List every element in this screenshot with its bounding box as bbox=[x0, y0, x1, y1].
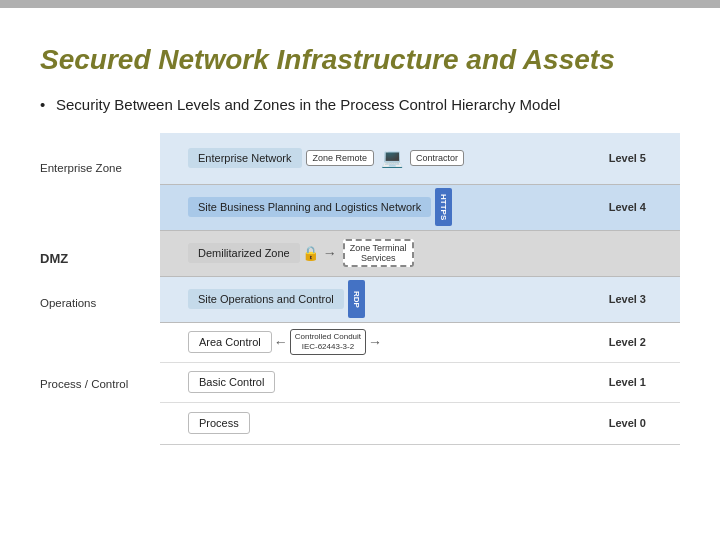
business-network-box: Site Business Planning and Logistics Net… bbox=[188, 197, 431, 217]
enterprise-network-label: Enterprise Network bbox=[198, 152, 292, 164]
rdp-badge: RDP bbox=[348, 280, 365, 318]
row-dmz: Demilitarized Zone 🔒 → Zone TerminalServ… bbox=[160, 231, 680, 277]
row-basic: Basic Control Level 1 bbox=[160, 363, 680, 403]
basic-control-label: Basic Control bbox=[199, 376, 264, 388]
zone-remote-box: Zone Remote bbox=[306, 150, 375, 166]
diagram-rows: Enterprise Network Zone Remote 💻 Contrac… bbox=[160, 133, 680, 445]
row-process: Process Level 0 bbox=[160, 403, 680, 445]
slide: Secured Network Infrastructure and Asset… bbox=[0, 0, 720, 540]
row-business: Site Business Planning and Logistics Net… bbox=[160, 185, 680, 231]
laptop-icon: 💻 bbox=[381, 147, 403, 169]
diagram-wrapper: Zone A Zone B Enterprise Network Zone Re… bbox=[160, 133, 680, 443]
dmz-zone-label: Demilitarized Zone bbox=[198, 247, 290, 259]
enterprise-zone-label: Enterprise Zone bbox=[40, 162, 122, 174]
level2-label: Level 2 bbox=[609, 336, 652, 348]
level3-label: Level 3 bbox=[609, 293, 652, 305]
zone-terminal-box: Zone TerminalServices bbox=[343, 239, 414, 267]
area-control-label: Area Control bbox=[199, 336, 261, 348]
slide-title: Secured Network Infrastructure and Asset… bbox=[40, 44, 680, 76]
area-control-box: Area Control bbox=[188, 331, 272, 353]
label-process-control: Process / Control bbox=[40, 325, 160, 442]
row-business-inner: Site Business Planning and Logistics Net… bbox=[160, 185, 680, 230]
top-bar bbox=[0, 0, 720, 8]
label-dmz: DMZ bbox=[40, 237, 160, 281]
operations-label: Operations bbox=[40, 297, 96, 309]
basic-control-box: Basic Control bbox=[188, 371, 275, 393]
operations-control-label: Site Operations and Control bbox=[198, 293, 334, 305]
label-enterprise: Enterprise Zone bbox=[40, 143, 160, 193]
business-network-label: Site Business Planning and Logistics Net… bbox=[198, 201, 421, 213]
enterprise-network-box: Enterprise Network bbox=[188, 148, 302, 168]
level5-label: Level 5 bbox=[609, 152, 652, 164]
row-dmz-inner: Demilitarized Zone 🔒 → Zone TerminalServ… bbox=[160, 231, 680, 276]
row-basic-inner: Basic Control Level 1 bbox=[160, 363, 680, 402]
diagram-container: Enterprise Zone DMZ Operations Process /… bbox=[40, 133, 680, 443]
row-enterprise-inner: Enterprise Network Zone Remote 💻 Contrac… bbox=[160, 133, 680, 184]
process-control-label: Process / Control bbox=[40, 378, 128, 390]
level0-label: Level 0 bbox=[609, 417, 652, 429]
row-operations-inner: Site Operations and Control RDP Level 3 bbox=[160, 277, 680, 322]
dmz-zone-box: Demilitarized Zone bbox=[188, 243, 300, 263]
level4-label: Level 4 bbox=[609, 201, 652, 213]
label-operations: Operations bbox=[40, 281, 160, 325]
right-arrow-area: → bbox=[368, 334, 382, 350]
conduit-box: Controlled ConduitIEC-62443-3-2 bbox=[290, 329, 366, 354]
row-area-inner: Area Control ← Controlled ConduitIEC-624… bbox=[160, 323, 680, 362]
left-labels: Enterprise Zone DMZ Operations Process /… bbox=[40, 133, 160, 443]
left-arrow-area: ← bbox=[274, 334, 288, 350]
level1-label: Level 1 bbox=[609, 376, 652, 388]
https-badge: HTTPS bbox=[435, 188, 452, 226]
right-arrow-dmz: → bbox=[323, 245, 337, 261]
contractor-box: Contractor bbox=[410, 150, 464, 166]
process-label: Process bbox=[199, 417, 239, 429]
row-process-inner: Process Level 0 bbox=[160, 403, 680, 444]
row-operations: Site Operations and Control RDP Level 3 bbox=[160, 277, 680, 323]
operations-control-box: Site Operations and Control bbox=[188, 289, 344, 309]
bullet-content: Security Between Levels and Zones in the… bbox=[56, 96, 560, 113]
lock-icon: 🔒 bbox=[302, 245, 319, 261]
label-business-spacer bbox=[40, 193, 160, 237]
process-box: Process bbox=[188, 412, 250, 434]
row-enterprise: Enterprise Network Zone Remote 💻 Contrac… bbox=[160, 133, 680, 185]
dmz-label: DMZ bbox=[40, 251, 68, 266]
bullet-point: Security Between Levels and Zones in the… bbox=[40, 94, 680, 117]
row-area: Area Control ← Controlled ConduitIEC-624… bbox=[160, 323, 680, 363]
